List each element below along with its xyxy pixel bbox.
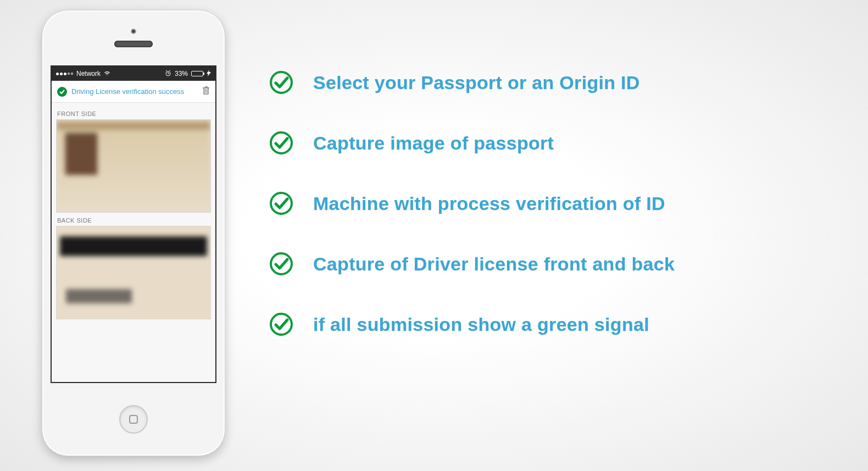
- trash-icon[interactable]: [202, 86, 210, 97]
- id-front-image[interactable]: [56, 119, 211, 213]
- home-button[interactable]: [119, 405, 148, 434]
- app-content: FRONT SIDE BACK SIDE: [52, 103, 215, 382]
- step-text: Capture image of passport: [313, 132, 554, 154]
- network-label: Network: [76, 70, 101, 77]
- check-icon: [269, 191, 293, 215]
- phone-screen: Network 33% Driving License verific: [51, 65, 216, 383]
- check-icon: [269, 252, 293, 276]
- home-square-icon: [129, 415, 138, 424]
- status-right: 33%: [165, 70, 211, 77]
- steps-list: Select your Passport or an Origin ID Cap…: [269, 70, 841, 336]
- battery-icon: [191, 71, 203, 76]
- step-text: if all submission show a green signal: [313, 314, 649, 335]
- list-item: Machine with process verification of ID: [269, 191, 841, 215]
- svg-point-1: [271, 72, 292, 93]
- phone-top-bezel: [42, 10, 225, 65]
- alarm-icon: [165, 70, 171, 77]
- id-back-image[interactable]: [56, 226, 211, 319]
- check-icon: [269, 70, 293, 95]
- success-check-icon: [57, 87, 67, 97]
- verification-banner: Driving License verification success: [52, 81, 215, 103]
- signal-dots-icon: [56, 73, 73, 75]
- phone-mockup: Network 33% Driving License verific: [42, 10, 225, 456]
- svg-point-5: [271, 314, 292, 335]
- list-item: Capture of Driver license front and back: [269, 252, 841, 276]
- battery-percent: 33%: [175, 70, 188, 77]
- status-bar: Network 33%: [52, 67, 215, 81]
- front-side-label: FRONT SIDE: [57, 110, 211, 117]
- check-icon: [269, 131, 293, 155]
- charging-bolt-icon: [207, 70, 211, 77]
- status-left: Network: [56, 70, 110, 77]
- list-item: if all submission show a green signal: [269, 312, 841, 336]
- phone-speaker-icon: [114, 41, 153, 47]
- list-item: Capture image of passport: [269, 131, 841, 155]
- list-item: Select your Passport or an Origin ID: [269, 70, 841, 95]
- step-text: Machine with process verification of ID: [313, 193, 665, 214]
- phone-camera-icon: [131, 29, 136, 34]
- svg-point-2: [271, 132, 292, 153]
- step-text: Select your Passport or an Origin ID: [313, 72, 640, 93]
- verification-message: Driving License verification success: [71, 87, 198, 96]
- step-text: Capture of Driver license front and back: [313, 253, 675, 275]
- svg-point-4: [271, 253, 292, 274]
- phone-bottom-bezel: [119, 383, 148, 456]
- wifi-icon: [104, 70, 110, 77]
- back-side-label: BACK SIDE: [57, 217, 211, 224]
- check-icon: [269, 312, 293, 336]
- svg-point-3: [271, 193, 292, 214]
